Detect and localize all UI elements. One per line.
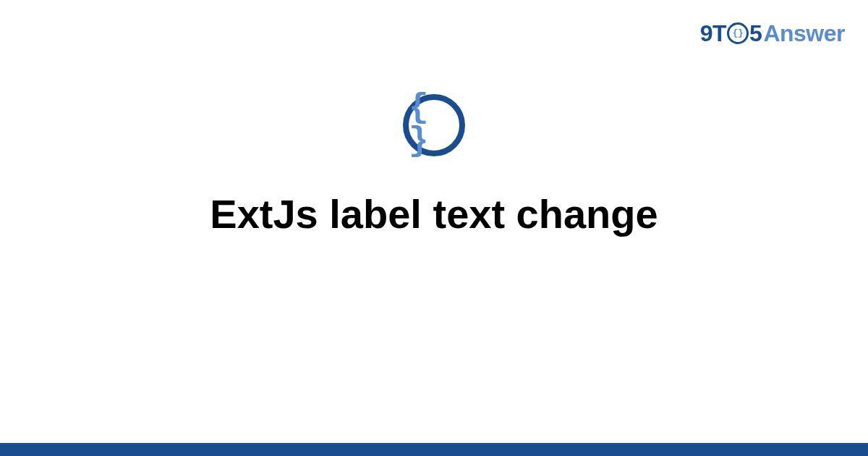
- logo-text-9t: 9T: [700, 20, 726, 47]
- page-title: ExtJs label text change: [210, 191, 658, 237]
- logo-circle-icon: {}: [727, 22, 749, 44]
- site-logo: 9T {} 5 Answer: [700, 20, 845, 47]
- logo-braces-icon: {}: [733, 28, 744, 38]
- logo-text-answer: Answer: [763, 20, 845, 47]
- logo-text-5: 5: [749, 20, 762, 47]
- main-content: { } ExtJs label text change: [0, 94, 868, 237]
- category-icon: { }: [403, 94, 465, 156]
- braces-icon: { }: [409, 91, 459, 158]
- footer-bar: [0, 443, 868, 456]
